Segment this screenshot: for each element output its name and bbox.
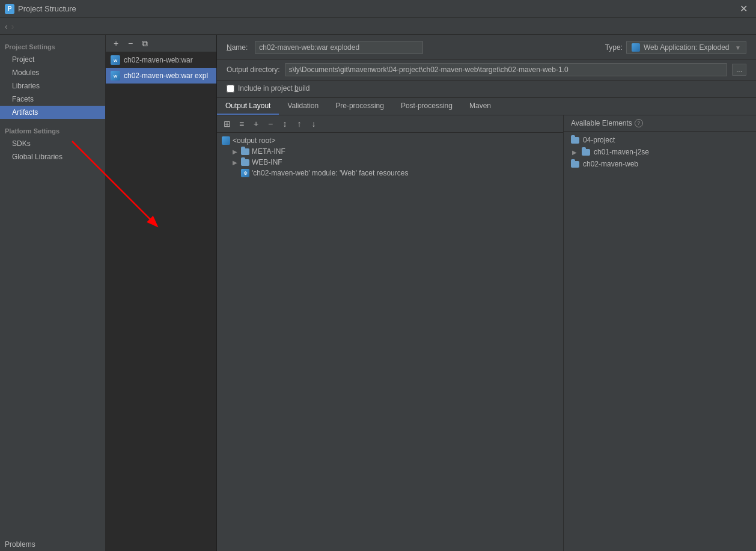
war-exploded-icon: w bbox=[111, 71, 120, 81]
help-icon[interactable]: ? bbox=[635, 119, 643, 127]
available-content: 04-project ▶ ch01-maven-j2se ch02-maven-… bbox=[564, 132, 756, 551]
available-item-04-project[interactable]: 04-project bbox=[564, 134, 756, 146]
tab-pre-processing[interactable]: Pre-processing bbox=[327, 98, 392, 115]
tree-panel: ⊞ ≡ + − ↕ ↑ ↓ <output root> ▶ bbox=[217, 115, 564, 551]
tree-toolbar: ⊞ ≡ + − ↕ ↑ ↓ bbox=[217, 115, 563, 133]
tab-validation[interactable]: Validation bbox=[279, 98, 327, 115]
down-tree-button[interactable]: ↓ bbox=[307, 118, 320, 130]
sort-tree-button[interactable]: ↕ bbox=[278, 118, 291, 130]
available-item-ch02[interactable]: ch02-maven-web bbox=[564, 158, 756, 170]
window-title: Project Structure bbox=[18, 4, 76, 13]
include-row: Include in project build bbox=[217, 81, 756, 98]
output-dir-row: Output directory: ... bbox=[217, 59, 756, 81]
content-panels: ⊞ ≡ + − ↕ ↑ ↓ <output root> ▶ bbox=[217, 115, 756, 551]
show-tree-button[interactable]: ⊞ bbox=[221, 118, 234, 130]
output-dir-label: Output directory: bbox=[227, 65, 280, 74]
tree-item-meta-inf[interactable]: ▶ META-INF bbox=[227, 146, 563, 157]
artifact-header: Name: Type: Web Application: Exploded ▼ bbox=[217, 35, 756, 59]
artifact-list-toolbar: + − ⧉ bbox=[106, 35, 216, 52]
available-header-label: Available Elements bbox=[571, 119, 632, 127]
sidebar-item-global-libraries[interactable]: Global Libraries bbox=[0, 150, 105, 163]
forward-arrow[interactable]: › bbox=[11, 22, 14, 31]
nav-bar: ‹ › bbox=[0, 18, 756, 35]
name-label: Name: bbox=[227, 43, 248, 52]
sidebar-item-facets[interactable]: Facets bbox=[0, 93, 105, 106]
sidebar-item-modules[interactable]: Modules bbox=[0, 66, 105, 79]
remove-tree-button[interactable]: − bbox=[264, 118, 277, 130]
type-label: Type: bbox=[605, 43, 623, 52]
sidebar-item-artifacts[interactable]: Artifacts bbox=[0, 106, 105, 119]
artifact-item-war-exploded[interactable]: w ch02-maven-web:war expl bbox=[106, 68, 216, 84]
sidebar-item-project[interactable]: Project bbox=[0, 53, 105, 66]
type-value: Web Application: Exploded bbox=[644, 43, 730, 52]
chevron-down-icon: ▼ bbox=[735, 44, 741, 51]
add-tree-button[interactable]: + bbox=[249, 118, 263, 130]
web-inf-folder-icon bbox=[241, 159, 249, 166]
browse-button[interactable]: ... bbox=[732, 64, 746, 76]
up-tree-button[interactable]: ↑ bbox=[293, 118, 306, 130]
include-label[interactable]: Include in project build bbox=[238, 84, 309, 93]
copy-artifact-button[interactable]: ⧉ bbox=[138, 37, 151, 49]
main-content: Name: Type: Web Application: Exploded ▼ … bbox=[217, 35, 756, 551]
meta-inf-folder-icon bbox=[241, 148, 249, 155]
facet-resources-icon: ⚙ bbox=[241, 169, 249, 177]
tab-post-processing[interactable]: Post-processing bbox=[392, 98, 461, 115]
type-icon bbox=[632, 43, 640, 52]
tabs-bar: Output Layout Validation Pre-processing … bbox=[217, 98, 756, 115]
tree-item-facet-resources[interactable]: ⚙ 'ch02-maven-web' module: 'Web' facet r… bbox=[236, 168, 563, 178]
add-artifact-button[interactable]: + bbox=[109, 37, 123, 49]
close-button[interactable]: ✕ bbox=[736, 2, 751, 16]
artifact-item-war[interactable]: w ch02-maven-web:war bbox=[106, 52, 216, 68]
ch02-folder-icon bbox=[571, 161, 579, 168]
title-bar: P Project Structure ✕ bbox=[0, 0, 756, 18]
include-checkbox[interactable] bbox=[227, 85, 234, 93]
sidebar: Project Settings Project Modules Librari… bbox=[0, 35, 106, 551]
output-dir-input[interactable] bbox=[285, 63, 727, 76]
name-input[interactable] bbox=[255, 41, 423, 54]
sidebar-item-problems[interactable]: Problems bbox=[0, 537, 105, 551]
tree-item-web-inf[interactable]: ▶ WEB-INF bbox=[227, 157, 563, 168]
back-arrow[interactable]: ‹ bbox=[5, 22, 8, 31]
list-tree-button[interactable]: ≡ bbox=[235, 118, 248, 130]
sidebar-item-libraries[interactable]: Libraries bbox=[0, 79, 105, 93]
tree-item-output-root[interactable]: <output root> bbox=[217, 135, 563, 146]
war-icon: w bbox=[111, 55, 120, 65]
artifact-list-panel: + − ⧉ w ch02-maven-web:war w ch02-maven-… bbox=[106, 35, 217, 551]
ch01-expand-icon: ▶ bbox=[571, 148, 578, 156]
meta-inf-expand-icon: ▶ bbox=[231, 148, 239, 155]
output-root-icon bbox=[222, 136, 230, 145]
tab-output-layout[interactable]: Output Layout bbox=[217, 98, 279, 115]
tree-content: <output root> ▶ META-INF ▶ WEB-INF bbox=[217, 133, 563, 551]
sidebar-item-sdks[interactable]: SDKs bbox=[0, 137, 105, 150]
project-folder-icon bbox=[571, 137, 579, 144]
available-item-ch01[interactable]: ▶ ch01-maven-j2se bbox=[564, 146, 756, 158]
platform-settings-label: Platform Settings bbox=[0, 124, 105, 137]
type-select[interactable]: Web Application: Exploded ▼ bbox=[626, 41, 746, 54]
web-inf-expand-icon: ▶ bbox=[231, 159, 239, 166]
remove-artifact-button[interactable]: − bbox=[124, 37, 137, 49]
app-icon: P bbox=[5, 4, 14, 14]
available-header: Available Elements ? bbox=[564, 115, 756, 132]
project-settings-label: Project Settings bbox=[0, 40, 105, 53]
tab-maven[interactable]: Maven bbox=[461, 98, 499, 115]
ch01-folder-icon bbox=[582, 149, 590, 156]
type-select-wrapper: Type: Web Application: Exploded ▼ bbox=[605, 41, 746, 54]
available-panel: Available Elements ? 04-project ▶ ch01-m… bbox=[564, 115, 756, 551]
